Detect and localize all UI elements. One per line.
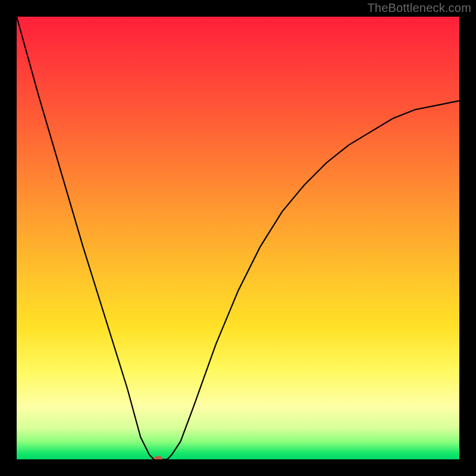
bottleneck-curve	[17, 17, 459, 459]
curve-path	[17, 17, 459, 459]
optimal-point-marker	[154, 456, 162, 460]
plot-area	[17, 17, 459, 459]
watermark-label: TheBottleneck.com	[367, 1, 471, 15]
chart-frame: TheBottleneck.com	[0, 0, 476, 476]
